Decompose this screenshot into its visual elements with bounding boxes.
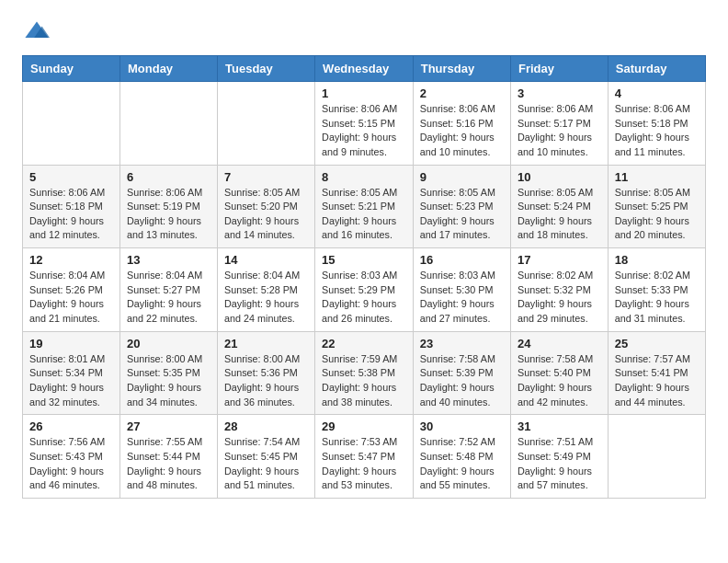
calendar-header-row: SundayMondayTuesdayWednesdayThursdayFrid… bbox=[23, 56, 706, 82]
day-number: 9 bbox=[420, 170, 504, 184]
calendar-cell: 14Sunrise: 8:04 AMSunset: 5:28 PMDayligh… bbox=[218, 248, 315, 332]
calendar-cell: 7Sunrise: 8:05 AMSunset: 5:20 PMDaylight… bbox=[218, 165, 315, 248]
calendar-cell: 29Sunrise: 7:53 AMSunset: 5:47 PMDayligh… bbox=[315, 415, 414, 499]
day-number: 22 bbox=[322, 337, 406, 350]
day-info: Sunrise: 8:04 AMSunset: 5:26 PMDaylight:… bbox=[29, 269, 113, 327]
calendar: SundayMondayTuesdayWednesdayThursdayFrid… bbox=[22, 55, 706, 499]
calendar-week-row: 19Sunrise: 8:01 AMSunset: 5:34 PMDayligh… bbox=[23, 331, 706, 415]
day-info: Sunrise: 8:05 AMSunset: 5:25 PMDaylight:… bbox=[615, 186, 699, 244]
calendar-header-sunday: Sunday bbox=[23, 56, 120, 82]
calendar-header-friday: Friday bbox=[510, 56, 608, 82]
calendar-cell: 16Sunrise: 8:03 AMSunset: 5:30 PMDayligh… bbox=[413, 248, 510, 332]
calendar-cell: 21Sunrise: 8:00 AMSunset: 5:36 PMDayligh… bbox=[218, 331, 315, 415]
day-number: 14 bbox=[224, 253, 308, 267]
page-header bbox=[22, 18, 706, 48]
logo-icon bbox=[24, 18, 50, 44]
day-number: 3 bbox=[518, 86, 601, 100]
calendar-cell bbox=[119, 82, 217, 166]
logo bbox=[22, 18, 50, 48]
day-number: 7 bbox=[224, 170, 308, 184]
calendar-cell: 18Sunrise: 8:02 AMSunset: 5:33 PMDayligh… bbox=[608, 248, 705, 332]
day-number: 11 bbox=[615, 170, 699, 184]
calendar-week-row: 1Sunrise: 8:06 AMSunset: 5:15 PMDaylight… bbox=[23, 82, 706, 166]
day-info: Sunrise: 8:06 AMSunset: 5:15 PMDaylight:… bbox=[322, 102, 406, 160]
day-number: 13 bbox=[127, 253, 210, 267]
calendar-header-monday: Monday bbox=[119, 56, 217, 82]
calendar-header-thursday: Thursday bbox=[413, 56, 510, 82]
day-info: Sunrise: 7:58 AMSunset: 5:40 PMDaylight:… bbox=[518, 352, 601, 410]
day-number: 10 bbox=[518, 170, 601, 184]
day-info: Sunrise: 8:00 AMSunset: 5:35 PMDaylight:… bbox=[127, 352, 210, 410]
day-info: Sunrise: 7:51 AMSunset: 5:49 PMDaylight:… bbox=[518, 435, 601, 493]
day-number: 17 bbox=[518, 253, 601, 267]
day-number: 21 bbox=[224, 337, 308, 350]
day-number: 12 bbox=[29, 253, 113, 267]
day-info: Sunrise: 7:57 AMSunset: 5:41 PMDaylight:… bbox=[615, 352, 699, 410]
day-number: 19 bbox=[29, 337, 113, 350]
day-number: 1 bbox=[322, 86, 406, 100]
day-info: Sunrise: 8:06 AMSunset: 5:18 PMDaylight:… bbox=[29, 186, 113, 244]
day-info: Sunrise: 8:06 AMSunset: 5:16 PMDaylight:… bbox=[420, 102, 504, 160]
calendar-cell: 15Sunrise: 8:03 AMSunset: 5:29 PMDayligh… bbox=[315, 248, 414, 332]
day-info: Sunrise: 7:56 AMSunset: 5:43 PMDaylight:… bbox=[29, 435, 113, 493]
day-info: Sunrise: 7:58 AMSunset: 5:39 PMDaylight:… bbox=[420, 352, 504, 410]
calendar-week-row: 26Sunrise: 7:56 AMSunset: 5:43 PMDayligh… bbox=[23, 415, 706, 499]
day-info: Sunrise: 7:52 AMSunset: 5:48 PMDaylight:… bbox=[420, 435, 504, 493]
day-info: Sunrise: 7:53 AMSunset: 5:47 PMDaylight:… bbox=[322, 435, 406, 493]
day-number: 29 bbox=[322, 419, 406, 433]
day-info: Sunrise: 8:05 AMSunset: 5:24 PMDaylight:… bbox=[518, 186, 601, 244]
day-info: Sunrise: 8:05 AMSunset: 5:21 PMDaylight:… bbox=[322, 186, 406, 244]
calendar-week-row: 12Sunrise: 8:04 AMSunset: 5:26 PMDayligh… bbox=[23, 248, 706, 332]
calendar-cell: 17Sunrise: 8:02 AMSunset: 5:32 PMDayligh… bbox=[510, 248, 608, 332]
day-number: 18 bbox=[615, 253, 699, 267]
calendar-cell: 4Sunrise: 8:06 AMSunset: 5:18 PMDaylight… bbox=[608, 82, 705, 166]
day-info: Sunrise: 8:02 AMSunset: 5:32 PMDaylight:… bbox=[518, 269, 601, 327]
calendar-cell: 6Sunrise: 8:06 AMSunset: 5:19 PMDaylight… bbox=[119, 165, 217, 248]
calendar-cell: 19Sunrise: 8:01 AMSunset: 5:34 PMDayligh… bbox=[23, 331, 120, 415]
calendar-cell: 26Sunrise: 7:56 AMSunset: 5:43 PMDayligh… bbox=[23, 415, 120, 499]
day-number: 2 bbox=[420, 86, 504, 100]
day-info: Sunrise: 7:54 AMSunset: 5:45 PMDaylight:… bbox=[224, 435, 308, 493]
calendar-cell: 12Sunrise: 8:04 AMSunset: 5:26 PMDayligh… bbox=[23, 248, 120, 332]
day-info: Sunrise: 8:01 AMSunset: 5:34 PMDaylight:… bbox=[29, 352, 113, 410]
calendar-cell: 24Sunrise: 7:58 AMSunset: 5:40 PMDayligh… bbox=[510, 331, 608, 415]
day-number: 23 bbox=[420, 337, 504, 350]
calendar-cell: 10Sunrise: 8:05 AMSunset: 5:24 PMDayligh… bbox=[510, 165, 608, 248]
calendar-cell: 1Sunrise: 8:06 AMSunset: 5:15 PMDaylight… bbox=[315, 82, 414, 166]
calendar-cell: 31Sunrise: 7:51 AMSunset: 5:49 PMDayligh… bbox=[510, 415, 608, 499]
day-info: Sunrise: 8:03 AMSunset: 5:30 PMDaylight:… bbox=[420, 269, 504, 327]
calendar-cell: 25Sunrise: 7:57 AMSunset: 5:41 PMDayligh… bbox=[608, 331, 705, 415]
calendar-week-row: 5Sunrise: 8:06 AMSunset: 5:18 PMDaylight… bbox=[23, 165, 706, 248]
calendar-cell bbox=[608, 415, 705, 499]
day-info: Sunrise: 8:06 AMSunset: 5:18 PMDaylight:… bbox=[615, 102, 699, 160]
calendar-cell bbox=[218, 82, 315, 166]
calendar-cell: 20Sunrise: 8:00 AMSunset: 5:35 PMDayligh… bbox=[119, 331, 217, 415]
calendar-cell: 22Sunrise: 7:59 AMSunset: 5:38 PMDayligh… bbox=[315, 331, 414, 415]
calendar-cell: 30Sunrise: 7:52 AMSunset: 5:48 PMDayligh… bbox=[413, 415, 510, 499]
day-number: 25 bbox=[615, 337, 699, 350]
day-number: 20 bbox=[127, 337, 210, 350]
day-info: Sunrise: 8:04 AMSunset: 5:27 PMDaylight:… bbox=[127, 269, 210, 327]
calendar-cell: 28Sunrise: 7:54 AMSunset: 5:45 PMDayligh… bbox=[218, 415, 315, 499]
day-number: 16 bbox=[420, 253, 504, 267]
day-info: Sunrise: 8:03 AMSunset: 5:29 PMDaylight:… bbox=[322, 269, 406, 327]
calendar-cell: 3Sunrise: 8:06 AMSunset: 5:17 PMDaylight… bbox=[510, 82, 608, 166]
day-info: Sunrise: 7:59 AMSunset: 5:38 PMDaylight:… bbox=[322, 352, 406, 410]
day-info: Sunrise: 8:04 AMSunset: 5:28 PMDaylight:… bbox=[224, 269, 308, 327]
calendar-cell: 2Sunrise: 8:06 AMSunset: 5:16 PMDaylight… bbox=[413, 82, 510, 166]
calendar-cell: 27Sunrise: 7:55 AMSunset: 5:44 PMDayligh… bbox=[119, 415, 217, 499]
day-number: 8 bbox=[322, 170, 406, 184]
day-info: Sunrise: 8:06 AMSunset: 5:17 PMDaylight:… bbox=[518, 102, 601, 160]
day-info: Sunrise: 7:55 AMSunset: 5:44 PMDaylight:… bbox=[127, 435, 210, 493]
day-number: 30 bbox=[420, 419, 504, 433]
day-info: Sunrise: 8:05 AMSunset: 5:23 PMDaylight:… bbox=[420, 186, 504, 244]
calendar-cell bbox=[23, 82, 120, 166]
calendar-header-saturday: Saturday bbox=[608, 56, 705, 82]
calendar-header-wednesday: Wednesday bbox=[315, 56, 414, 82]
calendar-header-tuesday: Tuesday bbox=[218, 56, 315, 82]
calendar-cell: 23Sunrise: 7:58 AMSunset: 5:39 PMDayligh… bbox=[413, 331, 510, 415]
day-info: Sunrise: 8:00 AMSunset: 5:36 PMDaylight:… bbox=[224, 352, 308, 410]
day-info: Sunrise: 8:05 AMSunset: 5:20 PMDaylight:… bbox=[224, 186, 308, 244]
calendar-cell: 9Sunrise: 8:05 AMSunset: 5:23 PMDaylight… bbox=[413, 165, 510, 248]
calendar-cell: 13Sunrise: 8:04 AMSunset: 5:27 PMDayligh… bbox=[119, 248, 217, 332]
